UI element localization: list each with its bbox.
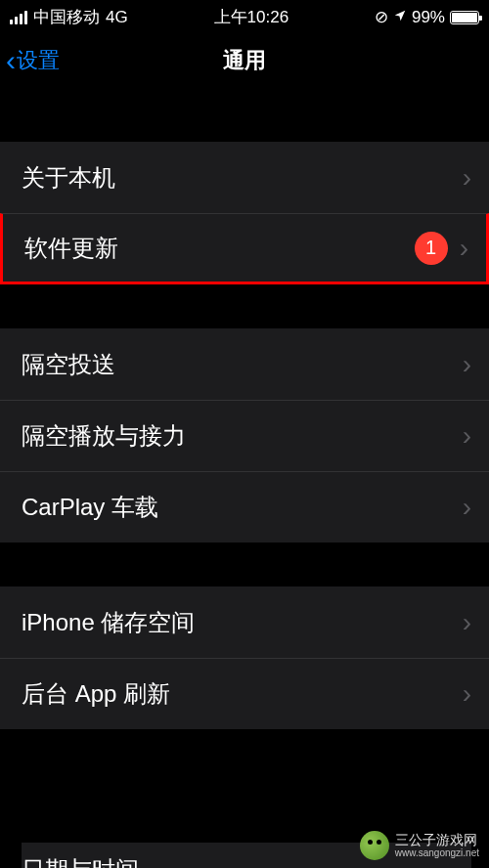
chevron-right-icon: › (460, 233, 468, 264)
watermark-url: www.sangongzi.net (395, 847, 479, 858)
row-label: 隔空播放与接力 (22, 420, 186, 452)
row-label: 日期与时间 (22, 854, 139, 868)
row-label: CarPlay 车载 (22, 492, 158, 523)
carrier-label: 中国移动 (33, 6, 100, 28)
network-label: 4G (106, 8, 128, 27)
notification-badge: 1 (415, 232, 448, 265)
page-title: 通用 (223, 46, 266, 75)
row-label: 关于本机 (22, 162, 115, 194)
nav-header: ‹ 设置 通用 (0, 32, 489, 93)
row-label: 软件更新 (24, 233, 118, 264)
section-connectivity: 隔空投送 › 隔空播放与接力 › CarPlay 车载 › (0, 328, 489, 542)
chevron-right-icon: › (463, 162, 471, 194)
chevron-right-icon: › (463, 420, 471, 452)
rotation-lock-icon: ⊘ (375, 7, 388, 27)
battery-percent: 99% (412, 8, 445, 27)
watermark: 三公子游戏网 www.sangongzi.net (360, 831, 479, 860)
status-time: 上午10:26 (214, 6, 289, 28)
back-label: 设置 (17, 46, 60, 75)
battery-icon (450, 11, 479, 24)
chevron-right-icon: › (463, 492, 471, 523)
back-button[interactable]: ‹ 设置 (6, 46, 60, 75)
row-airplay-handoff[interactable]: 隔空播放与接力 › (0, 400, 489, 471)
row-airdrop[interactable]: 隔空投送 › (0, 328, 489, 400)
section-storage: iPhone 储存空间 › 后台 App 刷新 › (0, 586, 489, 729)
status-left: 中国移动 4G (10, 6, 128, 28)
row-iphone-storage[interactable]: iPhone 储存空间 › (0, 586, 489, 658)
row-label: 后台 App 刷新 (22, 678, 170, 710)
chevron-right-icon: › (463, 678, 471, 710)
status-right: ⊘ 99% (375, 7, 479, 27)
row-software-update[interactable]: 软件更新 1 › (0, 213, 489, 284)
watermark-logo-icon (360, 831, 389, 860)
section-about: 关于本机 › 软件更新 1 › (0, 142, 489, 284)
chevron-right-icon: › (463, 349, 471, 380)
watermark-title: 三公子游戏网 (395, 833, 479, 847)
row-label: iPhone 储存空间 (22, 607, 195, 638)
row-background-app-refresh[interactable]: 后台 App 刷新 › (0, 658, 489, 729)
status-bar: 中国移动 4G 上午10:26 ⊘ 99% (0, 0, 489, 32)
location-icon (393, 8, 407, 27)
row-about[interactable]: 关于本机 › (0, 142, 489, 213)
row-label: 隔空投送 (22, 349, 115, 380)
chevron-right-icon: › (463, 607, 471, 638)
signal-icon (10, 11, 27, 24)
chevron-left-icon: ‹ (6, 46, 16, 75)
row-carplay[interactable]: CarPlay 车载 › (0, 471, 489, 542)
